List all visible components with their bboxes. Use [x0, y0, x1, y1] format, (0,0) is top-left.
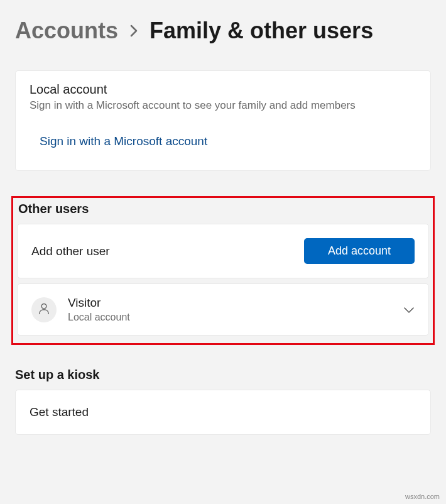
get-started-label: Get started — [30, 405, 89, 419]
add-other-user-row: Add other user Add account — [17, 224, 429, 278]
kiosk-card[interactable]: Get started — [15, 390, 431, 435]
user-row[interactable]: Visitor Local account — [17, 283, 429, 336]
watermark: wsxdn.com — [405, 493, 440, 500]
breadcrumb-current: Family & other users — [150, 18, 373, 44]
svg-point-0 — [41, 304, 46, 309]
chevron-right-icon — [129, 25, 138, 37]
local-account-subtitle: Sign in with a Microsoft account to see … — [30, 99, 416, 112]
local-account-card: Local account Sign in with a Microsoft a… — [15, 70, 431, 171]
chevron-down-icon[interactable] — [403, 306, 415, 314]
add-other-user-label: Add other user — [31, 244, 110, 258]
breadcrumb: Accounts Family & other users — [15, 18, 431, 44]
user-info: Visitor Local account — [68, 295, 392, 324]
local-account-title: Local account — [30, 82, 416, 97]
user-type: Local account — [68, 311, 392, 324]
sign-in-link[interactable]: Sign in with a Microsoft account — [40, 134, 207, 148]
other-users-heading: Other users — [17, 202, 429, 216]
person-icon — [37, 302, 51, 318]
kiosk-heading: Set up a kiosk — [15, 368, 431, 382]
avatar — [31, 297, 57, 322]
user-name: Visitor — [68, 295, 392, 311]
other-users-section: Other users Add other user Add account V… — [11, 196, 435, 345]
add-account-button[interactable]: Add account — [304, 238, 415, 264]
breadcrumb-parent[interactable]: Accounts — [15, 18, 118, 44]
